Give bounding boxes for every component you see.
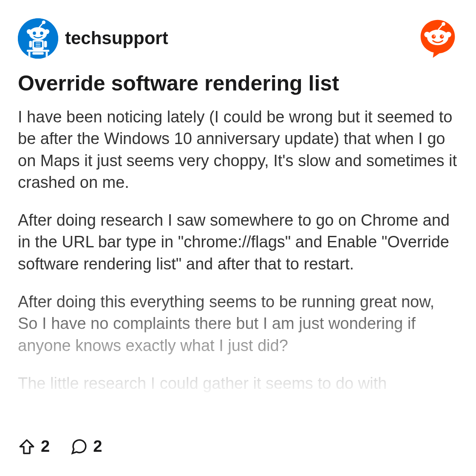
reddit-logo-icon[interactable] — [417, 18, 458, 59]
comment-section[interactable]: 2 — [70, 437, 102, 456]
post-title: Override software rendering list — [18, 71, 458, 96]
svg-rect-14 — [44, 41, 47, 47]
svg-rect-13 — [29, 41, 32, 47]
post-paragraph: After doing this everything seems to be … — [18, 291, 458, 357]
svg-point-22 — [424, 32, 430, 37]
upvote-icon — [18, 438, 36, 456]
svg-point-6 — [33, 31, 36, 35]
svg-rect-16 — [28, 51, 31, 57]
svg-point-4 — [27, 29, 31, 34]
upvote-count: 2 — [41, 437, 50, 456]
svg-point-24 — [432, 34, 436, 39]
svg-point-25 — [440, 34, 444, 39]
upvote-section[interactable]: 2 — [18, 437, 50, 456]
svg-point-23 — [445, 32, 451, 37]
svg-rect-15 — [27, 50, 49, 52]
svg-point-20 — [442, 22, 445, 26]
header-left: techsupport — [18, 18, 168, 59]
post-header: techsupport — [18, 18, 458, 59]
post-paragraph: I have been noticing lately (I could be … — [18, 106, 458, 193]
subreddit-avatar[interactable] — [18, 18, 58, 59]
svg-rect-18 — [32, 52, 44, 54]
post-container: techsupport Override — [0, 0, 476, 476]
post-paragraph: The little research I could gather it se… — [18, 373, 458, 394]
post-paragraph: After doing research I saw somewhere to … — [18, 210, 458, 275]
svg-point-26 — [434, 35, 435, 37]
svg-rect-17 — [46, 51, 48, 57]
comment-icon — [70, 438, 88, 456]
subreddit-name[interactable]: techsupport — [65, 28, 168, 48]
comment-count: 2 — [93, 437, 102, 456]
post-body: I have been noticing lately (I could be … — [18, 106, 458, 426]
post-footer: 2 2 — [18, 426, 458, 476]
svg-point-2 — [42, 20, 46, 24]
svg-point-27 — [442, 35, 443, 37]
svg-point-7 — [40, 31, 43, 35]
svg-point-5 — [45, 29, 49, 34]
